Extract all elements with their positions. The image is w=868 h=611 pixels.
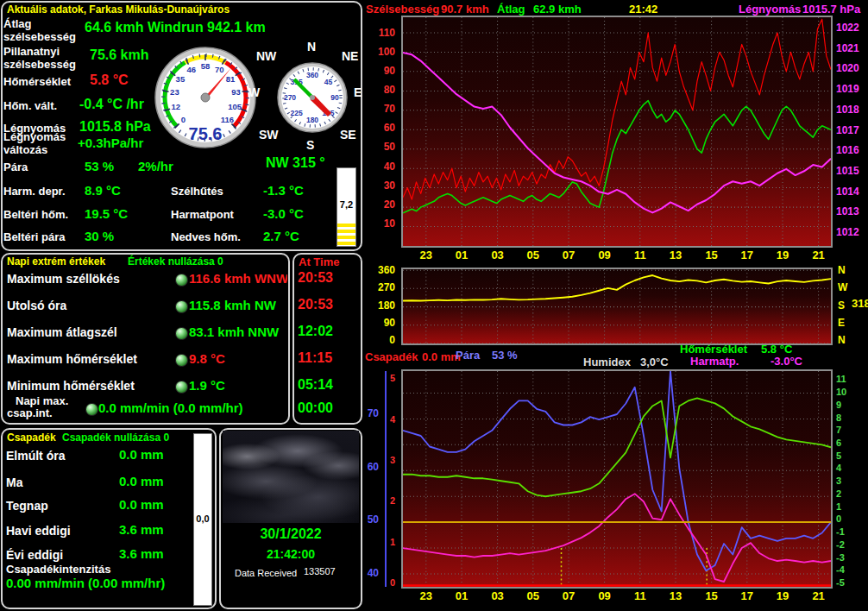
humidity-temperature-chart [401,369,833,589]
extreme-row-time: 12:02 [298,324,333,339]
axis-tick-label: 05 [521,589,545,602]
axis-tick-label: 60 [344,461,379,473]
chart1-legend-wind: Szélsebesség [366,3,439,16]
extreme-row-value: 9.8 °C [189,351,225,366]
svg-text:35: 35 [176,74,186,84]
axis-tick-label: -2 [836,539,865,550]
wind-bar-fill [337,224,355,246]
chart1-wind-value: 90.7 kmh [441,3,489,16]
axis-tick-label: 2 [361,495,395,506]
axis-tick-label: 23 [414,249,438,261]
axis-tick-label: 13 [664,249,688,261]
axis-tick-label: 1018 [836,104,865,116]
precip-bar-gauge: 0,0 [193,433,212,606]
led-icon [175,354,188,367]
pressure-value: 1015.8 hPa [79,119,151,135]
axis-tick-label: 21 [807,249,831,261]
chart1-legend-avg: Átlag [497,3,525,16]
chart1-avg-value: 62.9 kmh [533,3,582,16]
axis-tick-label: -3 [836,552,865,563]
temp-value: 5.8 °C [90,72,129,88]
extreme-row-label: csap.int. [7,406,53,419]
axis-tick-label: 5 [361,373,395,383]
axis-tick-label: 01 [450,249,474,261]
axis-tick-label: 1015 [836,165,865,177]
axis-tick-label: 30 [361,180,395,192]
axis-tick-label: 6 [836,438,865,448]
extremes-reset-label: Értékek nullázása 0 [128,255,223,268]
gauge-digital-value: 75.6 [189,124,223,143]
humidity-label: Pára [3,161,28,173]
axis-tick-label: 05 [521,249,545,261]
avg-wind-label: Átlag szélsebesség [3,17,85,43]
panel-title: Aktuális adatok, Farkas Mikulás-Dunaújvá… [7,3,230,16]
dewpoint-value: -3.0 °C [263,206,304,221]
axis-tick-label: 07 [557,249,581,261]
axis-tick-label: 100 [361,46,395,58]
svg-text:105: 105 [228,102,242,111]
svg-text:58: 58 [201,61,211,71]
axis-tick-label: 360 [361,264,395,276]
sky-camera-image [223,431,359,523]
wetbulb-label: Nedves hőm. [171,230,241,243]
wind-direction-readout: NW 315 ° [266,155,325,171]
extreme-row-time: 11:15 [298,350,332,366]
gust-value: 75.6 kmh [90,47,148,63]
extreme-row-value: 1.9 °C [189,378,225,393]
axis-tick-label: 1014 [836,186,865,198]
windchill-label: Szélhűtés [171,185,223,198]
wind-bar-value: 7,2 [337,199,355,210]
precip-row-label: Ma [6,476,22,489]
axis-tick-label: 15 [700,589,724,602]
compass-point-ne: NE [342,49,358,63]
axis-tick-label: 3 [836,476,865,486]
compass-point-nw: NW [256,49,276,63]
precip-row-label: Elmúlt óra [6,449,65,463]
compass-point-n: N [307,40,316,54]
extreme-row-label: Utolsó óra [7,299,66,312]
data-received-value: 133507 [304,566,336,576]
svg-text:180: 180 [306,116,318,124]
axis-tick-label: 11 [628,589,652,602]
axis-tick-label: 40 [361,161,395,173]
wind-direction-compass: 360 45 90 135 180 225 270 315 [276,61,349,134]
chart1-legend-pressure: Légnyomás [739,3,801,16]
precip-row-value: 3.6 mm [119,522,164,537]
axis-tick-label: 1 [361,537,395,547]
precip-row-label: Évi eddigi [6,548,63,562]
compass-point-s: S [306,138,314,152]
axis-tick-label: 270 [361,281,395,293]
indoor-humidity-value: 30 % [85,229,114,243]
axis-tick-label: 19 [771,589,795,602]
extreme-row-value: 83.1 kmh NNW [189,324,279,339]
pressure-change-value: +0.3hPa/hr [78,135,143,150]
axis-tick-label: 13 [664,589,688,602]
precip-row-value: 0.0 mm [119,497,164,512]
axis-tick-label: 11 [628,249,652,261]
axis-tick-label: 50 [344,513,379,526]
axis-tick-label: 21 [807,589,831,602]
chart3-legend-humidex: Humidex [583,356,631,368]
axis-tick-label: -5 [836,577,865,588]
extreme-row-time: 20:53 [298,270,333,286]
pressure-change-label: Légnyomás változás [3,130,81,156]
svg-text:360: 360 [306,71,318,79]
led-icon [85,403,98,416]
axis-tick-label: 1012 [836,226,865,238]
svg-text:45: 45 [324,78,333,86]
extreme-row-time: 05:14 [298,377,333,393]
axis-tick-label: 50 [361,141,395,153]
chart3-dewpoint-value: -3.0°C [771,355,802,368]
precip-bar-value: 0,0 [194,513,211,524]
led-icon [175,327,188,340]
axis-tick-label: 10 [836,387,865,397]
axis-tick-label: 318 [852,297,868,310]
compass-point-w: W [248,85,260,99]
axis-tick-label: -4 [836,564,865,575]
axis-tick-label: 4 [836,463,865,473]
extreme-row-label: Maximum hőmérséklet [7,352,137,366]
axis-tick-label: 7 [836,425,865,435]
station-time: 21:42:00 [223,547,359,561]
axis-tick-label: 90 [361,317,395,329]
axis-tick-label: 2 [836,488,865,499]
